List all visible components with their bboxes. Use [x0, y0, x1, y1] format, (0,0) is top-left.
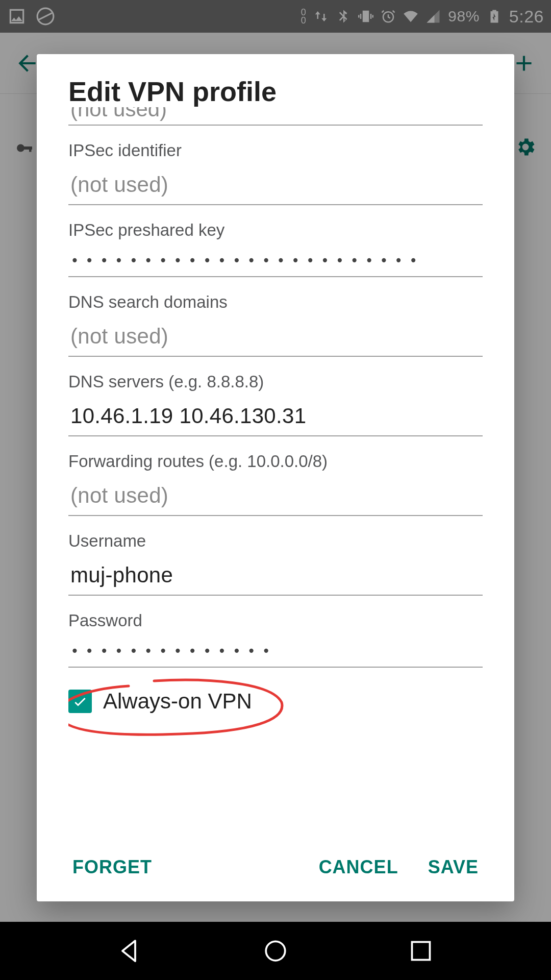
- ipsec-identifier-label: IPSec identifier: [68, 141, 483, 160]
- dns-search-label: DNS search domains: [68, 292, 483, 312]
- cancel-button[interactable]: CANCEL: [315, 847, 403, 887]
- previous-field-placeholder: (not used): [70, 107, 167, 121]
- nav-home-button[interactable]: [260, 936, 291, 966]
- always-on-vpn-row[interactable]: Always-on VPN: [68, 689, 483, 714]
- dialog-body: (not used) IPSec identifier IPSec presha…: [68, 107, 483, 827]
- dns-search-input[interactable]: [68, 315, 483, 357]
- username-input[interactable]: [68, 554, 483, 596]
- password-label: Password: [68, 611, 483, 630]
- password-input[interactable]: [68, 633, 483, 668]
- password-field: Password: [68, 611, 483, 668]
- save-button[interactable]: SAVE: [424, 847, 483, 887]
- ipsec-psk-input[interactable]: [68, 243, 483, 277]
- dialog-title: Edit VPN profile: [68, 76, 483, 107]
- dns-servers-input[interactable]: [68, 395, 483, 436]
- svg-rect-6: [412, 942, 430, 960]
- username-label: Username: [68, 531, 483, 551]
- dns-search-field: DNS search domains: [68, 292, 483, 357]
- ipsec-psk-label: IPSec preshared key: [68, 220, 483, 240]
- forwarding-routes-field: Forwarding routes (e.g. 10.0.0.0/8): [68, 452, 483, 516]
- check-icon: [72, 693, 88, 709]
- ipsec-psk-field: IPSec preshared key: [68, 220, 483, 277]
- nav-back-button[interactable]: [115, 936, 145, 966]
- always-on-vpn-checkbox[interactable]: [68, 690, 92, 713]
- nav-recent-button[interactable]: [406, 936, 436, 966]
- edit-vpn-dialog: Edit VPN profile (not used) IPSec identi…: [37, 54, 514, 901]
- always-on-vpn-label: Always-on VPN: [103, 689, 252, 714]
- ipsec-identifier-input[interactable]: [68, 163, 483, 205]
- forwarding-routes-input[interactable]: [68, 474, 483, 516]
- forget-button[interactable]: FORGET: [68, 847, 156, 887]
- ipsec-identifier-field: IPSec identifier: [68, 141, 483, 205]
- dialog-actions: FORGET CANCEL SAVE: [68, 827, 483, 887]
- svg-point-5: [266, 941, 285, 961]
- android-nav-bar: [0, 922, 551, 980]
- dns-servers-label: DNS servers (e.g. 8.8.8.8): [68, 372, 483, 391]
- username-field: Username: [68, 531, 483, 596]
- previous-field-cutoff[interactable]: (not used): [68, 107, 483, 126]
- dns-servers-field: DNS servers (e.g. 8.8.8.8): [68, 372, 483, 436]
- forwarding-routes-label: Forwarding routes (e.g. 10.0.0.0/8): [68, 452, 483, 471]
